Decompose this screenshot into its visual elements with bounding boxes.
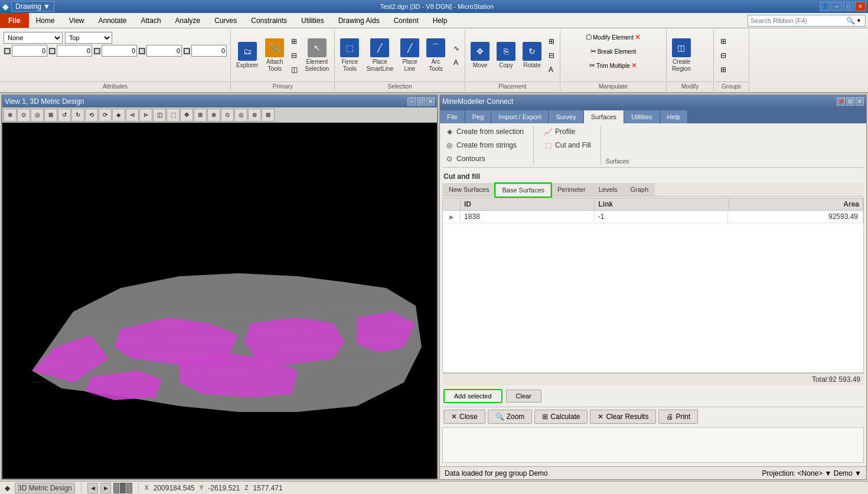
copy-button[interactable]: ⎘ Copy <box>494 34 518 78</box>
explorer-button[interactable]: 🗂 Explorer <box>233 34 261 78</box>
vp-tool-15[interactable]: ⊞ <box>194 109 207 122</box>
nav-right[interactable]: ▶ <box>100 483 111 493</box>
mm-tab-peg[interactable]: Peg <box>465 110 492 123</box>
trim-multiple-button[interactable]: ✂ Trim Multiple ✕ <box>585 59 641 72</box>
menu-curves[interactable]: Curves <box>207 13 244 28</box>
search-dropdown-icon[interactable]: ▼ <box>856 18 862 24</box>
close-button[interactable]: ✕ Close <box>443 410 485 424</box>
ribbon-sel-sm-2[interactable]: A <box>451 56 462 69</box>
arc-tools-button[interactable]: ⌒ ArcTools <box>423 34 448 78</box>
attr-input-2[interactable] <box>57 45 92 57</box>
add-selected-button[interactable]: Add selected <box>443 389 502 403</box>
menu-analyze[interactable]: Analyze <box>168 13 208 28</box>
mm-close-button[interactable]: ✕ <box>856 97 864 106</box>
menu-file[interactable]: File <box>0 13 29 28</box>
fence-tools-button[interactable]: ⬚ FenceTools <box>337 34 362 78</box>
vp-tool-4[interactable]: ⊠ <box>44 109 57 122</box>
search-ribbon-input[interactable] <box>750 17 845 24</box>
clear-results-button[interactable]: ✕ Clear Results <box>590 410 656 424</box>
nav-left[interactable]: ◀ <box>87 483 98 493</box>
viewport-close[interactable]: ✕ <box>426 97 435 106</box>
move-button[interactable]: ✥ Move <box>468 34 492 78</box>
mm-tab-survey[interactable]: Survey <box>549 110 583 123</box>
status-tab-1[interactable]: 3D Metric Design <box>15 483 75 493</box>
vp-tool-10[interactable]: ⊲ <box>126 109 139 122</box>
ribbon-groups-sm-2[interactable]: ⊟ <box>717 49 729 62</box>
vp-tool-20[interactable]: ⊠ <box>262 109 275 122</box>
cf-tab-graph[interactable]: Graph <box>624 183 655 196</box>
level-select[interactable]: None <box>4 32 63 44</box>
print-button[interactable]: 🖨 Print <box>658 410 698 424</box>
clear-button[interactable]: Clear <box>506 390 541 403</box>
menu-attach[interactable]: Attach <box>134 13 168 28</box>
menu-help[interactable]: Help <box>426 13 455 28</box>
menu-utilities[interactable]: Utilities <box>294 13 331 28</box>
minimize-button[interactable]: ─ <box>831 2 842 11</box>
cut-and-fill-item[interactable]: ⬚ Cut and Fill <box>541 139 593 151</box>
cf-tab-new-surfaces[interactable]: New Surfaces <box>442 183 495 196</box>
vp-tool-13[interactable]: ⬚ <box>167 109 180 122</box>
attr-input-3[interactable] <box>102 45 137 57</box>
cf-tab-levels[interactable]: Levels <box>592 183 624 196</box>
vp-tool-19[interactable]: ⊛ <box>248 109 261 122</box>
vp-tool-2[interactable]: ⊙ <box>17 109 30 122</box>
vp-tool-17[interactable]: ⊙ <box>221 109 234 122</box>
menu-constraints[interactable]: Constraints <box>244 13 294 28</box>
menu-content[interactable]: Content <box>387 13 426 28</box>
close-button[interactable]: ✕ <box>855 2 866 11</box>
user-icon[interactable]: 👤 <box>820 2 830 11</box>
vp-tool-11[interactable]: ⊳ <box>139 109 152 122</box>
vp-tool-16[interactable]: ⊕ <box>207 109 220 122</box>
mm-tab-surfaces[interactable]: Surfaces <box>584 110 624 123</box>
attr-input-4[interactable] <box>146 45 182 57</box>
calculate-button[interactable]: ⊞ Calculate <box>534 410 588 424</box>
menu-drawing-aids[interactable]: Drawing Aids <box>331 13 387 28</box>
contours-item[interactable]: ⊙ Contours <box>442 153 526 165</box>
cf-tab-perimeter[interactable]: Perimeter <box>551 183 592 196</box>
vp-tool-12[interactable]: ◫ <box>153 109 166 122</box>
search-ribbon-container[interactable]: 🔍 ▼ <box>748 15 866 27</box>
ribbon-small-btn-1[interactable]: ⊞ <box>288 35 301 48</box>
attr-input-5[interactable] <box>191 45 227 57</box>
vp-tool-1[interactable]: ⊕ <box>4 109 17 122</box>
vp-tool-7[interactable]: ⟲ <box>85 109 98 122</box>
maximize-button[interactable]: □ <box>843 2 854 11</box>
ribbon-groups-sm-3[interactable]: ⊞ <box>717 63 729 76</box>
table-row[interactable]: ▶ 1838 -1 92593.49 <box>443 211 863 223</box>
ribbon-small-btn-2[interactable]: ⊟ <box>288 49 301 62</box>
viewport-maximize[interactable]: □ <box>417 97 425 106</box>
mm-float-button[interactable]: ⊟ <box>846 97 854 106</box>
mm-tab-help[interactable]: Help <box>660 110 688 123</box>
menu-home[interactable]: Home <box>29 13 62 28</box>
vp-tool-6[interactable]: ↻ <box>71 109 84 122</box>
ribbon-place-sm-1[interactable]: ⊞ <box>546 35 557 48</box>
vp-tool-18[interactable]: ◎ <box>234 109 247 122</box>
menu-view[interactable]: View <box>62 13 92 28</box>
vp-tool-8[interactable]: ⟳ <box>99 109 112 122</box>
ribbon-sel-sm-1[interactable]: ∿ <box>451 42 462 55</box>
break-element-button[interactable]: ✂ Break Element <box>586 45 641 58</box>
attr-input-1[interactable] <box>12 45 47 57</box>
mm-pin-button[interactable]: 📌 <box>837 97 845 106</box>
mm-tab-import-export[interactable]: Import / Export <box>491 110 549 123</box>
create-from-selection-item[interactable]: ◈ Create from selection <box>442 126 526 138</box>
cf-tab-base-surfaces[interactable]: Base Surfaces <box>495 184 551 197</box>
profile-item[interactable]: 📈 Profile <box>541 126 593 138</box>
place-line-button[interactable]: ╱ PlaceLine <box>397 34 422 78</box>
attach-tools-button[interactable]: 📎 AttachTools <box>262 34 287 78</box>
element-selection-button[interactable]: ↖ ElementSelection <box>302 34 332 78</box>
mode-selector[interactable]: Drawing ▼ <box>11 1 54 12</box>
modify-element-button[interactable]: ⬡ Modify Element ✕ <box>582 31 645 44</box>
ribbon-groups-sm-1[interactable]: ⊞ <box>717 35 729 48</box>
mm-tab-file[interactable]: File <box>440 110 465 123</box>
vp-tool-14[interactable]: ✥ <box>180 109 193 122</box>
rotate-button[interactable]: ↻ Rotate <box>520 34 544 78</box>
ribbon-place-sm-2[interactable]: ⊟ <box>546 49 557 62</box>
view-select[interactable]: Top <box>65 32 112 44</box>
menu-annotate[interactable]: Annotate <box>91 13 133 28</box>
vp-tool-3[interactable]: ◎ <box>31 109 44 122</box>
zoom-button[interactable]: 🔍 Zoom <box>488 410 533 424</box>
ribbon-small-btn-3[interactable]: ◫ <box>288 63 301 76</box>
viewport-canvas[interactable]: Z Y <box>2 123 437 479</box>
place-smartline-button[interactable]: ╱ PlaceSmartLine <box>363 34 396 78</box>
